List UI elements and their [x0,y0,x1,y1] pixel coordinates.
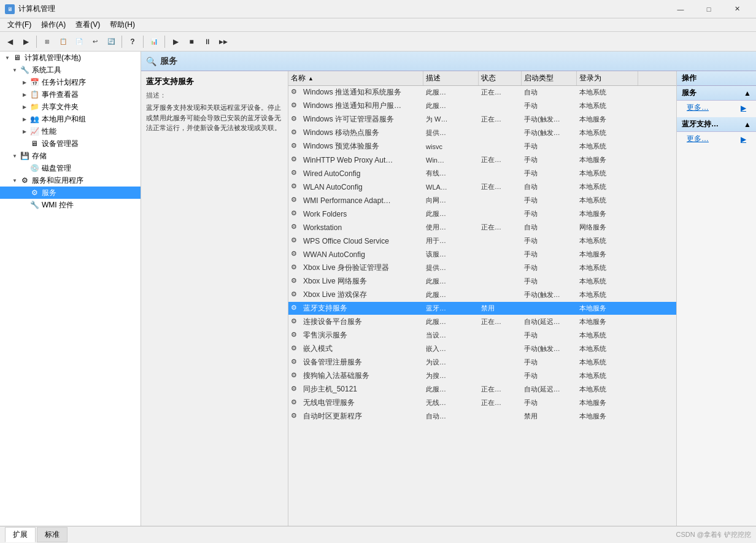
service-name-cell: ⚙ Windows 推送通知和系统服务 [288,86,423,99]
service-desc-cell: 用于… [423,234,479,247]
tree-arrow-root[interactable]: ▼ [2,55,12,61]
tree-arrow-svcapp[interactable]: ▼ [10,178,20,183]
tree-arrow-users[interactable]: ▶ [20,117,29,122]
toolbar-separator-4 [164,36,165,48]
table-row[interactable]: ⚙ WMI Performance Adapt… 向网… 手动 本地系统 [288,194,676,207]
table-row[interactable]: ⚙ Xbox Live 游戏保存 此服… 手动(触发… 本地系统 [288,288,676,302]
tree-shared-folders[interactable]: ▶ 📁 共享文件夹 [0,101,141,113]
table-row[interactable]: ⚙ 无线电管理服务 无线… 正在… 手动 本地服务 [288,396,676,410]
restart-service-button[interactable]: ▶▶ [216,34,231,49]
tree-arrow-storage[interactable]: ▼ [10,153,20,159]
tree-device-manager[interactable]: 🖥 设备管理器 [0,137,141,150]
table-row[interactable]: ⚙ Xbox Live 网络服务 此服… 手动 本地系统 [288,275,676,288]
toolbar-refresh-button[interactable]: 🔄 [104,34,118,49]
tree-arrow-perf[interactable]: ▶ [20,129,29,134]
service-rows-container: ⚙ Windows 推送通知和系统服务 此服… 正在… 自动 本地系统 ⚙ Wi… [288,86,676,423]
services-list[interactable]: 名称 ▲ 描述 状态 启动类型 登录为 [288,71,676,526]
tree-arrow-event[interactable]: ▶ [20,92,29,98]
actions-more-services[interactable]: 更多… ▶ [677,101,756,115]
service-icon: ⚙ [291,290,301,300]
table-row[interactable]: ⚙ Work Folders 此服… 手动 本地服务 [288,207,676,221]
table-row[interactable]: ⚙ Windows 移动热点服务 提供… 手动(触发… 本地系统 [288,126,676,140]
help-button[interactable]: ? [125,34,140,49]
tree-shared-label: 共享文件夹 [42,102,79,112]
tree-local-users[interactable]: ▶ 👥 本地用户和组 [0,113,141,125]
table-row[interactable]: ⚙ Windows 许可证管理器服务 为 W… 正在… 手动(触发… 本地服务 [288,113,676,126]
actions-more-bluetooth[interactable]: 更多… ▶ [677,132,756,146]
table-row[interactable]: ⚙ 同步主机_50121 此服… 正在… 自动(延迟… 本地系统 [288,383,676,396]
col-header-name[interactable]: 名称 ▲ [288,71,423,85]
back-button[interactable]: ◀ [2,34,17,49]
service-name-cell: ⚙ WMI Performance Adapt… [288,194,423,207]
table-row[interactable]: ⚙ 蓝牙支持服务 蓝牙… 禁用 本地服务 [288,302,676,315]
table-row[interactable]: ⚙ 设备管理注册服务 为设… 手动 本地系统 [288,356,676,369]
table-row[interactable]: ⚙ Workstation 使用… 正在… 自动 网络服务 [288,221,676,234]
service-status-cell: 正在… [479,396,522,409]
actions-section-bluetooth[interactable]: 蓝牙支持… ▲ [677,117,756,132]
table-row[interactable]: ⚙ WPS Office Cloud Service 用于… 手动 本地系统 [288,234,676,248]
tree-performance[interactable]: ▶ 📈 性能 [0,125,141,137]
table-row[interactable]: ⚙ WWAN AutoConfig 该服… 手动 本地服务 [288,248,676,261]
service-logon-cell: 本地服务 [577,113,638,126]
col-header-desc[interactable]: 描述 [423,71,479,85]
menu-help[interactable]: 帮助(H) [105,18,140,31]
tab-expand[interactable]: 扩展 [5,527,36,542]
close-button[interactable]: ✕ [723,0,751,18]
tree-root[interactable]: ▼ 🖥 计算机管理(本地) [0,52,141,64]
service-status-cell [479,207,522,220]
toolbar-paste-button[interactable]: 📄 [72,34,87,49]
tree-disk-label: 磁盘管理 [42,163,71,174]
tree-arrow-shared[interactable]: ▶ [20,104,29,110]
table-row[interactable]: ⚙ Xbox Live 身份验证管理器 提供… 手动 本地系统 [288,261,676,275]
tree-arrow-system[interactable]: ▼ [10,67,20,73]
tab-standard[interactable]: 标准 [37,527,68,542]
tree-arrow-task[interactable]: ▶ [20,80,29,85]
service-status-cell [479,126,522,139]
tree-system-tools[interactable]: ▼ 🔧 系统工具 [0,64,141,76]
service-icon: ⚙ [291,142,301,152]
tree-storage-label: 存储 [32,151,47,161]
tree-event-viewer[interactable]: ▶ 📋 事件查看器 [0,88,141,101]
pause-service-button[interactable]: ⏸ [200,34,215,49]
maximize-button[interactable]: □ [695,0,723,18]
tree-disk-management[interactable]: 💿 磁盘管理 [0,162,141,174]
table-row[interactable]: ⚙ 连接设备平台服务 此服… 正在… 自动(延迟… 本地服务 [288,315,676,329]
table-row[interactable]: ⚙ 搜狗输入法基础服务 为搜… 手动 本地系统 [288,369,676,383]
properties-button[interactable]: 📊 [147,34,161,49]
col-header-logon[interactable]: 登录为 [577,71,638,85]
table-row[interactable]: ⚙ WinHTTP Web Proxy Aut… Win… 正在… 手动 本地服… [288,153,676,167]
tree-storage[interactable]: ▼ 💾 存储 [0,150,141,162]
toolbar-undo-button[interactable]: ↩ [88,34,102,49]
service-name-cell: ⚙ Windows 预览体验服务 [288,140,423,153]
tree-services-apps[interactable]: ▼ ⚙ 服务和应用程序 [0,174,141,187]
menu-view[interactable]: 查看(V) [71,18,105,31]
menu-action[interactable]: 操作(A) [36,18,71,31]
tree-services[interactable]: ⚙ 服务 [0,187,141,199]
actions-section-services[interactable]: 服务 ▲ [677,86,756,101]
toolbar-copy-button[interactable]: 📋 [56,34,71,49]
event-icon: 📋 [29,90,39,99]
table-row[interactable]: ⚙ Wired AutoConfig 有线… 手动 本地系统 [288,167,676,180]
table-row[interactable]: ⚙ Windows 推送通知和用户服… 此服… 手动 本地系统 [288,99,676,113]
table-row[interactable]: ⚙ 零售演示服务 当设… 手动 本地系统 [288,329,676,342]
forward-button[interactable]: ▶ [18,34,33,49]
table-row[interactable]: ⚙ WLAN AutoConfig WLA… 正在… 自动 本地系统 [288,180,676,194]
start-service-button[interactable]: ▶ [168,34,183,49]
tree-wmi[interactable]: 🔧 WMI 控件 [0,199,141,211]
show-hide-tree-button[interactable]: ⊞ [40,34,55,49]
menu-file[interactable]: 文件(F) [2,18,36,31]
minimize-button[interactable]: — [666,0,695,18]
table-row[interactable]: ⚙ 嵌入模式 嵌入… 手动(触发… 本地系统 [288,342,676,356]
table-row[interactable]: ⚙ Windows 推送通知和系统服务 此服… 正在… 自动 本地系统 [288,86,676,99]
stop-service-button[interactable]: ■ [184,34,199,49]
col-header-startup[interactable]: 启动类型 [522,71,577,85]
service-status-cell [479,261,522,274]
table-row[interactable]: ⚙ Windows 预览体验服务 wisvc 手动 本地系统 [288,140,676,153]
toolbar-separator-1 [36,36,37,48]
service-name-cell: ⚙ 自动时区更新程序 [288,410,423,423]
tree-task-scheduler[interactable]: ▶ 📅 任务计划程序 [0,76,141,88]
tree-root-label: 计算机管理(本地) [25,53,81,63]
col-header-status[interactable]: 状态 [479,71,522,85]
table-row[interactable]: ⚙ 自动时区更新程序 自动… 禁用 本地服务 [288,410,676,423]
service-startup-cell: 自动 [522,221,577,234]
